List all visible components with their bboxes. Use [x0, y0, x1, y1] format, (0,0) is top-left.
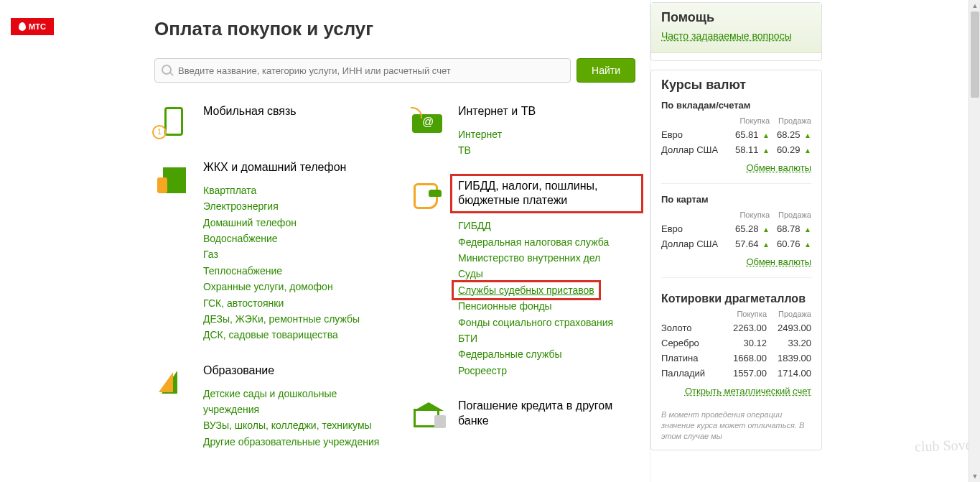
category-link[interactable]: ГСК, автостоянки	[203, 295, 381, 311]
metals-title: Котировки драгметаллов	[651, 285, 821, 310]
gov-icon	[409, 179, 445, 215]
category-title[interactable]: Погашение кредита в другом банке	[458, 399, 635, 429]
col-buy: Покупка	[728, 116, 770, 125]
category-link[interactable]: Интернет	[458, 126, 635, 142]
edu-icon	[154, 363, 190, 399]
rate-row: Евро65.81 ▲68.25 ▲	[661, 129, 811, 140]
col-sell: Продажа	[770, 116, 811, 125]
category-link[interactable]: Росреестр	[458, 363, 635, 379]
rate-row: Доллар США58.11 ▲60.29 ▲	[661, 144, 811, 155]
category-title[interactable]: ЖКХ и домашний телефон	[203, 160, 381, 175]
scroll-down-icon[interactable]: ▼	[969, 471, 980, 482]
category-link[interactable]: Другие образовательные учреждения	[203, 434, 381, 450]
category-link[interactable]: Службы судебных приставов	[452, 280, 601, 300]
bank-icon	[409, 399, 445, 435]
category-link[interactable]: Охранные услуги, домофон	[203, 279, 381, 295]
category-title[interactable]: Интернет и ТВ	[458, 104, 635, 119]
scrollbar[interactable]: ▲ ▼	[969, 0, 980, 482]
category-link[interactable]: Фонды социального страхования	[458, 315, 635, 330]
category-link[interactable]: Квартплата	[203, 182, 381, 198]
scroll-up-icon[interactable]: ▲	[969, 0, 980, 11]
category-link[interactable]: Детские сады и дошкольные учреждения	[203, 386, 381, 418]
rate-row: Золото2263.002493.00	[661, 323, 811, 333]
faq-link[interactable]: Часто задаваемые вопросы	[651, 29, 821, 44]
search-input[interactable]	[154, 58, 571, 83]
house-icon	[154, 160, 190, 196]
rate-row: Доллар США57.64 ▲60.76 ▲	[661, 238, 811, 249]
category-link[interactable]: Федеральные службы	[458, 346, 635, 362]
watermark: club Sovet	[915, 438, 976, 453]
category-link[interactable]: ГИБДД	[458, 218, 635, 233]
rate-row: Евро65.28 ▲68.78 ▲	[661, 223, 811, 234]
category-link[interactable]: ВУЗы, школы, колледжи, техникумы	[203, 417, 381, 433]
mobile-icon	[154, 104, 190, 140]
category-link[interactable]: Федеральная налоговая служба	[458, 234, 635, 250]
rates-sub-cards: По картам	[651, 191, 821, 210]
category-link[interactable]: Газ	[203, 246, 381, 262]
rate-row: Палладий1557.001714.00	[661, 368, 811, 379]
category-title[interactable]: Мобильная связь	[203, 104, 381, 119]
page-title: Оплата покупок и услуг	[154, 18, 635, 40]
rates-sub-deposits: По вкладам/счетам	[651, 97, 821, 116]
category-link[interactable]: Домашний телефон	[203, 215, 381, 231]
category-link[interactable]: Водоснабжение	[203, 231, 381, 246]
category-link[interactable]: Теплоснабжение	[203, 263, 381, 279]
category-link[interactable]: Пенсионные фонды	[458, 298, 635, 314]
search-button[interactable]: Найти	[577, 58, 635, 83]
scroll-thumb[interactable]	[971, 11, 979, 98]
rates-note: В момент проведения операции значение ку…	[651, 404, 821, 442]
rates-title: Курсы валют	[651, 70, 821, 97]
category-link[interactable]: ДСК, садовые товарищества	[203, 327, 381, 343]
exchange-link-2[interactable]: Обмен валюты	[651, 254, 821, 274]
help-title: Помощь	[651, 3, 821, 29]
rate-row: Серебро30.1233.20	[661, 338, 811, 348]
mts-logo[interactable]: МТС	[11, 18, 54, 35]
exchange-link-1[interactable]: Обмен валюты	[651, 159, 821, 180]
category-title[interactable]: ГИБДД, налоги, пошлины, бюджетные платеж…	[450, 174, 643, 214]
open-metal-link[interactable]: Открыть металлический счет	[651, 383, 821, 404]
category-link[interactable]: ТВ	[458, 142, 635, 158]
internet-icon	[409, 104, 445, 140]
category-link[interactable]: БТИ	[458, 330, 635, 346]
category-link[interactable]: ДЕЗы, ЖЭКи, ремонтные службы	[203, 311, 381, 327]
category-link[interactable]: Министерство внутренних дел	[458, 250, 635, 266]
rate-row: Платина1668.001839.00	[661, 353, 811, 363]
category-link[interactable]: Электроэнергия	[203, 198, 381, 214]
search-icon	[162, 65, 172, 75]
category-title[interactable]: Образование	[203, 363, 381, 379]
